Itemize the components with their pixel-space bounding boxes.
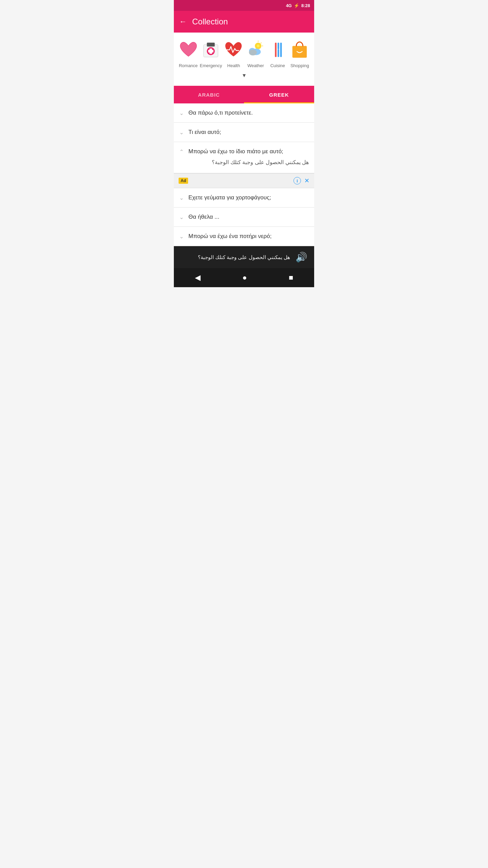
category-cuisine[interactable]: Cuisine bbox=[267, 39, 288, 68]
nav-back-button[interactable]: ◀ bbox=[195, 273, 201, 282]
svg-rect-15 bbox=[278, 43, 279, 49]
phrase-item-1[interactable]: ⌄ Θα πάρω ό,τι προτείνετε. bbox=[174, 103, 314, 123]
status-bar: 4G ⚡ 8:28 bbox=[174, 0, 314, 11]
category-weather[interactable]: Weather bbox=[245, 39, 266, 68]
emergency-icon bbox=[200, 39, 221, 60]
header: ← Collection bbox=[174, 11, 314, 33]
battery-icon: ⚡ bbox=[294, 3, 299, 8]
svg-rect-17 bbox=[280, 43, 282, 57]
speaker-button[interactable]: 🔊 bbox=[296, 252, 307, 263]
chevron-icon-1: ⌄ bbox=[179, 110, 184, 116]
tabs-bar: ARABIC GREEK bbox=[174, 86, 314, 103]
svg-line-12 bbox=[261, 43, 262, 43]
ad-close-button[interactable]: ✕ bbox=[304, 177, 309, 184]
weather-icon bbox=[245, 39, 266, 60]
phrase-list: ⌄ Θα πάρω ό,τι προτείνετε. ⌄ Τι είναι αυ… bbox=[174, 103, 314, 246]
cuisine-label: Cuisine bbox=[270, 63, 285, 68]
category-health[interactable]: Health bbox=[223, 39, 244, 68]
nav-home-button[interactable]: ● bbox=[242, 273, 247, 282]
back-button[interactable]: ← bbox=[179, 17, 187, 26]
expand-chevron[interactable]: ▾ bbox=[177, 68, 311, 82]
phrase-translation-3: هل يمكنني الحصول على وجبة كتلك الوجبة؟ bbox=[179, 155, 309, 167]
svg-rect-1 bbox=[207, 43, 215, 47]
page-title: Collection bbox=[192, 17, 228, 26]
phrase-text-4: Εχετε γεύματα για χορτοφάγους; bbox=[188, 194, 271, 201]
chevron-icon-5: ⌄ bbox=[179, 214, 184, 220]
phrase-item-5[interactable]: ⌄ Θα ήθελα ... bbox=[174, 208, 314, 227]
svg-point-13 bbox=[257, 45, 260, 47]
phrase-item-6[interactable]: ⌄ Μπορώ να έχω ένα ποτήρι νερό; bbox=[174, 227, 314, 246]
tab-greek[interactable]: GREEK bbox=[244, 86, 314, 103]
status-icons: 4G ⚡ 8:28 bbox=[286, 3, 310, 8]
svg-rect-14 bbox=[275, 43, 277, 57]
emergency-label: Emergency bbox=[200, 63, 222, 68]
phrase-item-4[interactable]: ⌄ Εχετε γεύματα για χορτοφάγους; bbox=[174, 188, 314, 208]
ad-label: Ad bbox=[179, 178, 188, 184]
chevron-icon-4: ⌄ bbox=[179, 195, 184, 201]
category-grid: Romance Emergency Health bbox=[177, 39, 311, 68]
health-label: Health bbox=[227, 63, 240, 68]
romance-icon bbox=[178, 39, 199, 60]
chevron-icon-3: ⌃ bbox=[179, 149, 184, 155]
svg-rect-4 bbox=[208, 50, 214, 53]
category-shopping[interactable]: Shopping bbox=[289, 39, 310, 68]
ad-info-button[interactable]: i bbox=[293, 177, 301, 184]
category-romance[interactable]: Romance bbox=[178, 39, 199, 68]
tab-arabic[interactable]: ARABIC bbox=[174, 86, 244, 103]
phrase-text-2: Τι είναι αυτό; bbox=[188, 129, 221, 136]
phrase-item-3[interactable]: ⌃ Μπορώ να έχω το ίδιο πιάτο με αυτό; هل… bbox=[174, 142, 314, 173]
bottom-translation-bar: هل يمكنني الحصول على وجبة كتلك الوجبة؟ 🔊 bbox=[174, 246, 314, 268]
signal-label: 4G bbox=[286, 3, 292, 8]
shopping-icon bbox=[289, 39, 310, 60]
weather-label: Weather bbox=[247, 63, 264, 68]
bottom-bar-text: هل يمكنني الحصول على وجبة كتلك الوجبة؟ bbox=[181, 254, 290, 260]
phrase-text-6: Μπορώ να έχω ένα ποτήρι νερό; bbox=[188, 233, 271, 240]
svg-point-8 bbox=[249, 50, 257, 55]
chevron-icon-2: ⌄ bbox=[179, 129, 184, 136]
phrase-header-3: ⌃ Μπορώ να έχω το ίδιο πιάτο με αυτό; bbox=[179, 148, 309, 155]
shopping-label: Shopping bbox=[290, 63, 309, 68]
category-emergency[interactable]: Emergency bbox=[200, 39, 222, 68]
phrase-text-1: Θα πάρω ό,τι προτείνετε. bbox=[188, 110, 253, 116]
svg-rect-16 bbox=[278, 49, 279, 57]
chevron-icon-6: ⌄ bbox=[179, 233, 184, 240]
health-icon bbox=[223, 39, 244, 60]
svg-rect-18 bbox=[292, 46, 307, 58]
ad-icons: i ✕ bbox=[293, 177, 309, 184]
nav-recents-button[interactable]: ■ bbox=[289, 273, 293, 282]
phrase-text-5: Θα ήθελα ... bbox=[188, 214, 219, 220]
time-label: 8:28 bbox=[301, 3, 310, 8]
phrase-text-3: Μπορώ να έχω το ίδιο πιάτο με αυτό; bbox=[188, 148, 283, 155]
romance-label: Romance bbox=[179, 63, 198, 68]
ad-banner: Ad i ✕ bbox=[174, 173, 314, 188]
nav-bar: ◀ ● ■ bbox=[174, 268, 314, 287]
phrase-item-2[interactable]: ⌄ Τι είναι αυτό; bbox=[174, 123, 314, 142]
cuisine-icon bbox=[267, 39, 288, 60]
category-section: Romance Emergency Health bbox=[174, 33, 314, 86]
